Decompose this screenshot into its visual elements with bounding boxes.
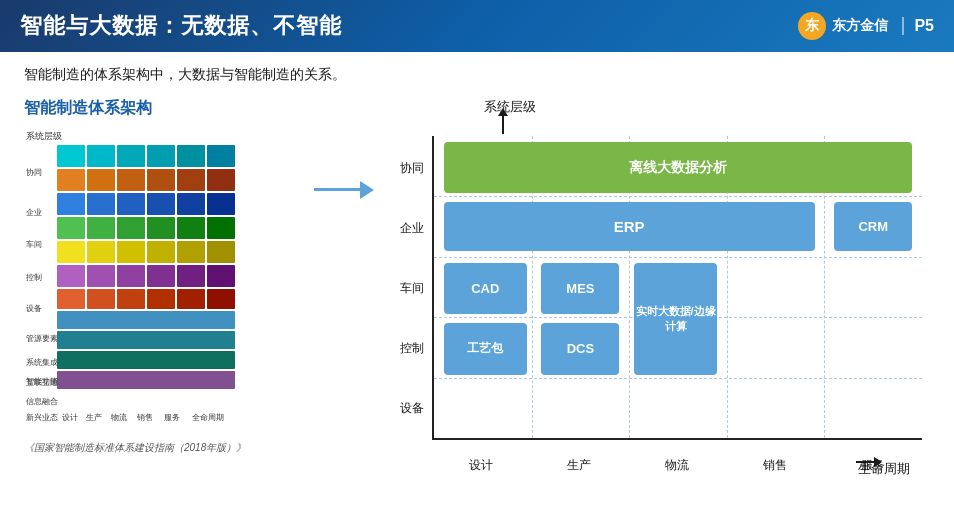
svg-rect-25	[117, 169, 145, 191]
svg-text:销售: 销售	[136, 413, 153, 422]
y-labels: 协同 企业 车间 控制 设备	[394, 138, 430, 438]
svg-rect-18	[87, 145, 115, 167]
svg-rect-26	[147, 169, 175, 191]
svg-rect-34	[207, 193, 235, 215]
y-axis-title: 系统层级	[484, 98, 536, 116]
svg-rect-29	[57, 193, 85, 215]
svg-rect-55	[117, 289, 145, 309]
svg-text:企业: 企业	[26, 208, 42, 217]
box-erp: ERP	[444, 202, 815, 250]
svg-rect-42	[87, 241, 115, 263]
svg-text:管源要素: 管源要素	[26, 334, 58, 343]
svg-rect-49	[117, 265, 145, 287]
svg-text:系统集成: 系统集成	[26, 358, 58, 367]
header-right: 东 东方金信 P5	[798, 12, 934, 40]
grid-h-2	[434, 257, 922, 258]
box-offline-big-data: 离线大数据分析	[444, 142, 913, 193]
x-label-设计: 设计	[432, 457, 530, 474]
svg-rect-51	[177, 265, 205, 287]
svg-rect-39	[177, 217, 205, 239]
arch-caption: 《国家智能制造标准体系建设指南（2018年版）》	[24, 441, 284, 455]
svg-rect-41	[57, 241, 85, 263]
svg-rect-37	[117, 217, 145, 239]
svg-text:车间: 车间	[26, 240, 42, 249]
logo-area: 东 东方金信	[798, 12, 888, 40]
y-label-企业: 企业	[394, 220, 430, 237]
svg-text:信息融合: 信息融合	[26, 397, 58, 406]
box-dcs: DCS	[541, 323, 619, 374]
svg-rect-47	[57, 265, 85, 287]
svg-rect-43	[117, 241, 145, 263]
svg-rect-48	[87, 265, 115, 287]
svg-rect-62	[57, 371, 235, 389]
svg-text:新兴业态: 新兴业态	[26, 413, 58, 422]
svg-rect-61	[57, 351, 235, 369]
right-chart-section: 系统层级 生命周期 协同 企业 车间 控制 设备	[394, 98, 930, 478]
svg-rect-31	[117, 193, 145, 215]
svg-rect-50	[147, 265, 175, 287]
svg-rect-35	[57, 217, 85, 239]
arch-svg: 系统层级 协同 企业 车间 控制 设备 管源要素 系统集成 互联互通 信息融合 …	[24, 127, 274, 422]
svg-text:设计: 设计	[62, 413, 78, 422]
svg-rect-38	[147, 217, 175, 239]
svg-rect-45	[177, 241, 205, 263]
svg-text:生产: 生产	[86, 413, 102, 422]
svg-rect-21	[177, 145, 205, 167]
svg-rect-20	[147, 145, 175, 167]
svg-rect-56	[147, 289, 175, 309]
svg-text:系统层级: 系统层级	[26, 131, 62, 141]
svg-rect-30	[87, 193, 115, 215]
arrow-section	[314, 98, 364, 191]
svg-text:物流: 物流	[111, 413, 127, 422]
x-label-销售: 销售	[726, 457, 824, 474]
svg-text:控制: 控制	[26, 273, 42, 282]
svg-rect-57	[177, 289, 205, 309]
grid-h-4	[434, 378, 922, 379]
box-crm: CRM	[834, 202, 912, 250]
svg-rect-33	[177, 193, 205, 215]
svg-rect-52	[207, 265, 235, 287]
x-label-物流: 物流	[628, 457, 726, 474]
svg-rect-54	[87, 289, 115, 309]
svg-rect-40	[207, 217, 235, 239]
svg-text:全命周期: 全命周期	[192, 413, 224, 422]
svg-rect-32	[147, 193, 175, 215]
svg-rect-44	[147, 241, 175, 263]
logo-text: 东方金信	[832, 17, 888, 35]
svg-rect-58	[207, 289, 235, 309]
y-label-车间: 车间	[394, 280, 430, 297]
svg-rect-27	[177, 169, 205, 191]
box-realtime-big-data: 实时大数据/边缘计算	[634, 263, 717, 375]
y-label-设备: 设备	[394, 400, 430, 417]
header: 智能与大数据：无数据、不智能 东 东方金信 P5	[0, 0, 954, 52]
svg-rect-46	[207, 241, 235, 263]
left-section-title: 智能制造体系架构	[24, 98, 284, 119]
svg-rect-60	[57, 331, 235, 349]
svg-rect-28	[207, 169, 235, 191]
y-label-协同: 协同	[394, 160, 430, 177]
x-label-生产: 生产	[530, 457, 628, 474]
page-number: P5	[902, 17, 934, 35]
svg-rect-19	[117, 145, 145, 167]
svg-rect-24	[87, 169, 115, 191]
svg-rect-22	[207, 145, 235, 167]
main-content: 智能制造的体系架构中，大数据与智能制造的关系。 智能制造体系架构 系统层级 协同…	[0, 52, 954, 528]
grid-h-1	[434, 196, 922, 197]
logo-icon: 东	[798, 12, 826, 40]
svg-text:智能功能: 智能功能	[26, 377, 58, 386]
box-mes: MES	[541, 263, 619, 314]
svg-text:设备: 设备	[26, 304, 42, 313]
svg-rect-23	[57, 169, 85, 191]
arch-diagram: 系统层级 协同 企业 车间 控制 设备 管源要素 系统集成 互联互通 信息融合 …	[24, 127, 274, 437]
left-section: 智能制造体系架构 系统层级 协同 企业 车间 控制 设备 管源要素 系统集成 互…	[24, 98, 284, 455]
box-cad: CAD	[444, 263, 527, 314]
box-process-package: 工艺包	[444, 323, 527, 374]
svg-rect-17	[57, 145, 85, 167]
x-label-服务: 服务	[824, 457, 922, 474]
y-axis-arrow	[502, 114, 504, 134]
svg-rect-53	[57, 289, 85, 309]
svg-rect-59	[57, 311, 235, 329]
svg-text:协同: 协同	[26, 168, 42, 177]
page-title: 智能与大数据：无数据、不智能	[20, 11, 342, 41]
y-label-控制: 控制	[394, 340, 430, 357]
